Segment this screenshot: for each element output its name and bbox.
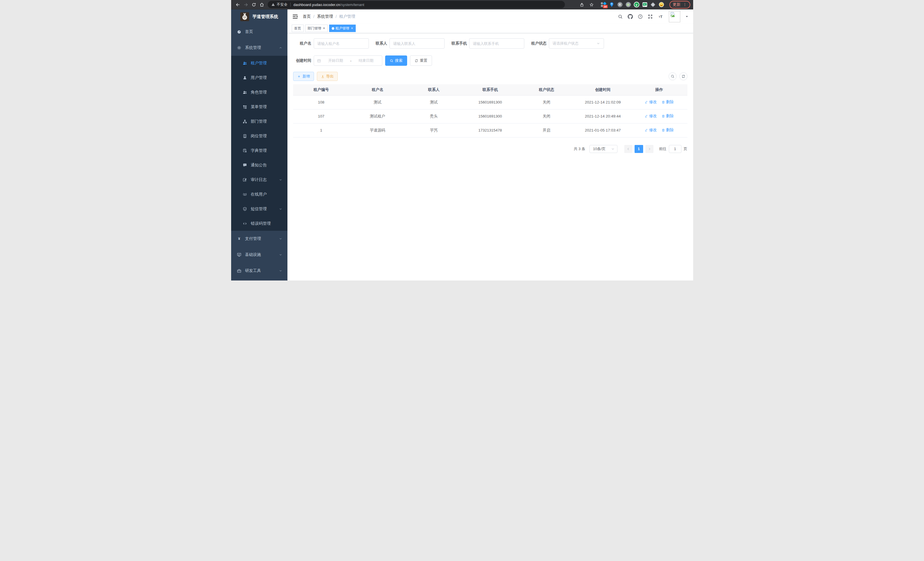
search-button[interactable]: 搜索 (385, 56, 407, 66)
browser-menu-icon[interactable] (683, 3, 687, 7)
chevron-icon (279, 269, 282, 272)
sidebar-menu-item[interactable]: 租户管理 (231, 56, 287, 70)
not-secure-icon (271, 3, 275, 7)
mobile-label: 联系手机 (452, 41, 467, 46)
table-column-header: 联系人 (406, 84, 462, 95)
tag-close-icon[interactable]: × (323, 27, 325, 30)
status-select[interactable]: 请选择租户状态 (549, 38, 604, 49)
menu-item-icon (243, 134, 247, 138)
pagination: 共 3 条 10条/页 1 前往 页 (293, 145, 687, 153)
delete-link[interactable]: 删除 (662, 99, 674, 105)
main-panel: 首页 / 系统管理 / 租户管理 首页 (287, 9, 693, 281)
extension-emoji-icon[interactable] (658, 2, 664, 8)
extension-pin-icon[interactable] (609, 2, 615, 8)
tag-tenant-active[interactable]: 租户管理× (329, 25, 356, 32)
sidebar-menu-item[interactable]: 通知公告 (231, 158, 287, 172)
date-start-placeholder: 开始日期 (323, 58, 349, 63)
tag-close-icon[interactable]: × (351, 27, 353, 30)
menu-item-label: 错误码管理 (251, 221, 271, 226)
edit-link[interactable]: 修改 (645, 114, 657, 119)
extension-command-icon[interactable]: ⌘ (617, 2, 623, 8)
mobile-input[interactable] (473, 41, 520, 46)
jump-suffix: 页 (684, 146, 687, 152)
sidebar-menu-item[interactable]: 研发工具 (231, 263, 287, 279)
reset-button[interactable]: 重置 (410, 56, 432, 66)
show-search-button[interactable] (669, 72, 676, 80)
cell-tenant-name: 测试 (350, 95, 406, 109)
extension-chat-icon[interactable] (642, 2, 648, 8)
browser-forward-button[interactable] (242, 1, 250, 9)
extension-puzzle-icon[interactable] (650, 2, 656, 8)
jump-page-input[interactable] (669, 145, 681, 153)
delete-link[interactable]: 删除 (662, 128, 674, 133)
address-bar[interactable]: 不安全 dashboard.yudao.iocoder.cn/system/te… (268, 1, 565, 8)
tenant-name-input[interactable] (317, 41, 365, 46)
sidebar-menu-item[interactable]: 基础设施 (231, 247, 287, 263)
extension-diamond-icon[interactable]: 10 (601, 2, 606, 8)
export-button[interactable]: 导出 (317, 72, 338, 81)
menu-item-label: 审计日志 (251, 177, 267, 182)
date-range-picker[interactable]: 开始日期 - 结束日期 (314, 56, 382, 66)
refresh-table-button[interactable] (680, 72, 687, 80)
sidebar-menu-item[interactable]: 菜单管理 (231, 99, 287, 114)
sidebar-menu-item[interactable]: 字典管理 (231, 143, 287, 158)
status-label: 租户状态 (531, 41, 547, 46)
sidebar-menu-item[interactable]: 支付管理 (231, 231, 287, 247)
breadcrumb: 首页 / 系统管理 / 租户管理 (303, 14, 356, 19)
bookmark-star-button[interactable] (588, 1, 596, 8)
avatar[interactable] (669, 11, 680, 22)
filter-row-1: 租户名 联系人 联系手机 (293, 38, 687, 49)
sidebar-menu-item[interactable]: 短信管理 (231, 202, 287, 216)
breadcrumb-section[interactable]: 系统管理 (317, 14, 333, 19)
sidebar-menu-item[interactable]: 首页 (231, 24, 287, 40)
mobile-input-wrap (469, 38, 524, 49)
sidebar-menu-item[interactable]: 角色管理 (231, 85, 287, 99)
sidebar-menu-item[interactable]: 审计日志 (231, 172, 287, 187)
extension-y-icon[interactable]: y (634, 2, 639, 8)
contact-input[interactable] (393, 41, 441, 46)
chevron-icon (279, 46, 282, 50)
add-button[interactable]: 新增 (293, 72, 314, 81)
tenant-name-input-wrap (314, 38, 369, 49)
edit-pen-icon (645, 114, 648, 118)
cell-contact: 芋艿 (406, 123, 462, 137)
breadcrumb-home[interactable]: 首页 (303, 14, 311, 19)
avatar-caret-icon[interactable] (685, 15, 688, 18)
delete-link[interactable]: 删除 (662, 114, 674, 119)
sidebar-menu-item[interactable]: 错误码管理 (231, 216, 287, 231)
next-page-button[interactable] (645, 145, 653, 153)
sidebar-toggle-icon[interactable] (292, 14, 298, 20)
trash-icon (662, 114, 665, 118)
sidebar-menu-item[interactable]: 岗位管理 (231, 129, 287, 143)
sidebar-logo-row: 芋道管理系统 (231, 9, 287, 24)
sidebar-menu-item[interactable]: 部门管理 (231, 114, 287, 129)
browser-reload-button[interactable] (250, 1, 258, 9)
sidebar-menu-item[interactable]: 用户管理 (231, 70, 287, 85)
page-content: 租户名 联系人 联系手机 (287, 33, 693, 281)
edit-link[interactable]: 修改 (645, 99, 657, 105)
share-button[interactable] (578, 1, 586, 8)
header-search-icon[interactable] (618, 14, 623, 19)
menu-item-icon (237, 29, 242, 34)
prev-page-button[interactable] (624, 145, 632, 153)
app-title: 芋道管理系统 (253, 14, 278, 20)
browser-home-button[interactable] (258, 1, 266, 9)
tag-home[interactable]: 首页 (292, 25, 304, 32)
github-icon[interactable] (628, 14, 633, 19)
font-size-icon[interactable] (658, 14, 664, 19)
tag-dept[interactable]: 部门管理× (305, 25, 328, 32)
current-page-button[interactable]: 1 (634, 145, 643, 153)
page-size-select[interactable]: 10条/页 (590, 145, 617, 153)
cell-mobile: 15601691300 (462, 109, 518, 123)
help-icon[interactable] (638, 14, 643, 19)
browser-update-button[interactable]: 更新 (669, 1, 690, 9)
cell-status: 关闭 (518, 95, 574, 109)
fullscreen-icon[interactable] (648, 14, 653, 19)
edit-link[interactable]: 修改 (645, 128, 657, 133)
browser-back-button[interactable] (234, 1, 242, 9)
sidebar-menu-item[interactable]: 在线用户 (231, 187, 287, 202)
browser-toolbar: 不安全 dashboard.yudao.iocoder.cn/system/te… (231, 0, 693, 9)
logo-image (240, 12, 249, 21)
sidebar-menu-item[interactable]: 系统管理 (231, 40, 287, 56)
extension-dot-icon[interactable] (626, 2, 631, 8)
